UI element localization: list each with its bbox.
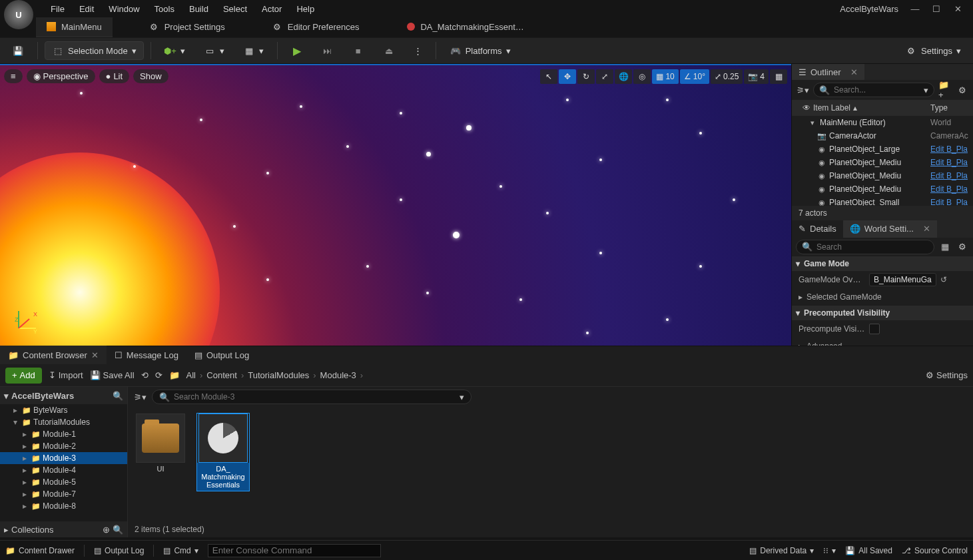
asset-folder-ui[interactable]: UI	[135, 414, 186, 475]
window-close-button[interactable]: ✕	[950, 4, 965, 14]
world-local-toggle[interactable]: 🌐	[615, 69, 632, 84]
details-tab[interactable]: ✎ Details	[792, 220, 843, 238]
scale-snap-button[interactable]: ⤢0.25	[711, 69, 743, 84]
crumb-all[interactable]: All	[186, 370, 196, 380]
menu-file[interactable]: File	[51, 4, 65, 14]
eject-button[interactable]: ⏏	[376, 41, 402, 60]
col-type[interactable]: Type	[930, 103, 973, 113]
row-type[interactable]: Edit B_Pla	[930, 158, 973, 167]
show-button[interactable]: Show	[133, 69, 168, 83]
search-icon[interactable]: 🔍	[113, 391, 123, 401]
cmd-button[interactable]: ▤Cmd▾	[163, 546, 198, 555]
skip-button[interactable]: ⏭	[315, 41, 340, 60]
outliner-row[interactable]: ◉PlanetObject_SmallEdit B_Pla	[792, 196, 973, 206]
tab-editor-preferences[interactable]: ⚙ Editor Preferences	[262, 17, 370, 37]
outliner-row[interactable]: 📷CameraActorCameraAc	[792, 129, 973, 142]
outliner-row[interactable]: ◉PlanetObject_MediuEdit B_Pla	[792, 182, 973, 196]
source-control-button[interactable]: ⎇Source Control	[902, 546, 968, 555]
cinematics-button[interactable]: ▦▾	[236, 41, 270, 60]
prop-selected-gamemode[interactable]: ▸Selected GameMode	[792, 288, 973, 306]
blueprints-button[interactable]: ▭▾	[197, 41, 231, 60]
tab-project-settings[interactable]: ⚙ Project Settings	[139, 17, 236, 37]
tree-row[interactable]: ▾📁TutorialModules	[0, 416, 127, 428]
chevron-down-icon[interactable]: ▾	[460, 392, 464, 402]
menu-actor[interactable]: Actor	[262, 4, 282, 14]
import-button[interactable]: ↧Import	[49, 370, 83, 380]
save-button[interactable]: 💾	[5, 41, 31, 60]
details-settings-button[interactable]: ⚙	[956, 240, 969, 254]
checkbox[interactable]	[869, 324, 880, 334]
outliner-search[interactable]: 🔍 ▾	[813, 83, 934, 97]
scale-tool-button[interactable]: ⤢	[596, 69, 613, 84]
menu-tools[interactable]: Tools	[155, 4, 174, 14]
crumb-tutorialmodules[interactable]: TutorialModules	[248, 370, 309, 380]
angle-snap-button[interactable]: ∠10°	[680, 69, 709, 84]
derived-data-button[interactable]: ▤Derived Data▾	[749, 546, 814, 555]
outliner-row[interactable]: ▾MainMenu (Editor)World	[792, 116, 973, 129]
row-type[interactable]: Edit B_Pla	[930, 144, 973, 154]
menu-build[interactable]: Build	[189, 4, 208, 14]
prop-value-dropdown[interactable]: B_MainMenuGa	[869, 273, 936, 286]
viewport-layout-button[interactable]: ▦	[770, 69, 787, 84]
row-type[interactable]: Edit B_Pla	[930, 198, 973, 206]
world-settings-tab[interactable]: 🌐 World Setti... ✕	[843, 220, 937, 238]
tab-content-browser[interactable]: 📁 Content Browser ✕	[0, 346, 107, 364]
outliner-settings-button[interactable]: ⚙	[956, 83, 969, 97]
row-type[interactable]: Edit B_Pla	[930, 171, 973, 180]
tree-row[interactable]: ▸📁ByteWars	[0, 404, 127, 416]
search-input[interactable]	[816, 242, 928, 252]
tree-row[interactable]: ▸📁Module-3	[0, 452, 127, 464]
cb-settings-button[interactable]: ⚙Settings	[926, 370, 968, 380]
outliner-row[interactable]: ◉PlanetObject_LargeEdit B_Pla	[792, 142, 973, 156]
menu-window[interactable]: Window	[109, 4, 139, 14]
tree-row[interactable]: ▸📁Module-7	[0, 488, 127, 500]
menu-select[interactable]: Select	[223, 4, 247, 14]
play-button[interactable]: ▶	[284, 41, 310, 60]
save-all-button[interactable]: 💾Save All	[90, 370, 135, 380]
row-type[interactable]: Edit B_Pla	[930, 184, 973, 194]
tree-row[interactable]: ▸📁Module-8	[0, 500, 127, 512]
outliner-row[interactable]: ◉PlanetObject_MediuEdit B_Pla	[792, 156, 973, 169]
close-icon[interactable]: ✕	[91, 350, 99, 360]
reset-icon[interactable]: ↺	[940, 275, 947, 284]
section-game-mode[interactable]: ▾Game Mode	[792, 256, 973, 271]
tab-da-matchmaking[interactable]: DA_MatchmakingEssent…	[396, 17, 534, 37]
play-options-button[interactable]: ⋮	[407, 41, 429, 60]
outliner-row[interactable]: ◉PlanetObject_MediuEdit B_Pla	[792, 169, 973, 182]
section-precomputed[interactable]: ▾Precomputed Visibility	[792, 306, 973, 320]
viewport-menu-button[interactable]: ≡	[4, 69, 23, 83]
activity-button[interactable]: ⁝⁝▾	[823, 546, 836, 555]
menu-help[interactable]: Help	[296, 4, 314, 14]
tree-row[interactable]: ▸📁Module-5	[0, 476, 127, 488]
camera-speed-button[interactable]: 📷4	[744, 69, 769, 84]
crumb-content[interactable]: Content	[206, 370, 237, 380]
prop-advanced[interactable]: ▸Advanced	[792, 338, 973, 346]
folder-up-button[interactable]: 📁	[169, 370, 180, 380]
collections-header[interactable]: ▸ Collections ⊕ 🔍	[0, 521, 127, 537]
console-input[interactable]	[208, 544, 381, 557]
search-input[interactable]	[174, 392, 456, 402]
content-drawer-button[interactable]: 📁Content Drawer	[5, 546, 75, 555]
tab-mainmenu[interactable]: MainMenu	[36, 17, 113, 37]
col-item-label[interactable]: Item Label	[813, 103, 850, 113]
history-forward-button[interactable]: ⟳	[155, 370, 162, 380]
tree-row[interactable]: ▸📁Module-4	[0, 464, 127, 476]
stop-button[interactable]: ■	[346, 41, 371, 60]
tree-head[interactable]: ▾ AccelByteWars 🔍	[0, 387, 127, 404]
output-log-button[interactable]: ▤Output Log	[94, 546, 144, 555]
rotate-tool-button[interactable]: ↻	[577, 69, 595, 84]
close-icon[interactable]: ✕	[923, 224, 930, 234]
details-search[interactable]: 🔍	[796, 240, 934, 254]
menu-edit[interactable]: Edit	[79, 4, 94, 14]
filter-button[interactable]: ⚞▾	[796, 83, 809, 97]
all-saved-button[interactable]: 💾All Saved	[845, 546, 892, 555]
new-folder-button[interactable]: 📁+	[938, 83, 952, 97]
lit-button[interactable]: ●Lit	[99, 69, 130, 83]
tab-message-log[interactable]: ☐ Message Log	[107, 346, 186, 364]
add-content-button[interactable]: ⬢+▾	[158, 41, 192, 60]
selection-mode-button[interactable]: ⬚ Selection Mode ▾	[45, 41, 144, 60]
property-matrix-button[interactable]: ▦	[938, 240, 952, 254]
level-viewport[interactable]: ≡ ◉Perspective ●Lit Show ↖ ✥ ↻ ⤢ 🌐 ◎ ▦10…	[0, 64, 791, 346]
search-input[interactable]	[834, 85, 920, 95]
surface-snap-button[interactable]: ◎	[633, 69, 651, 84]
